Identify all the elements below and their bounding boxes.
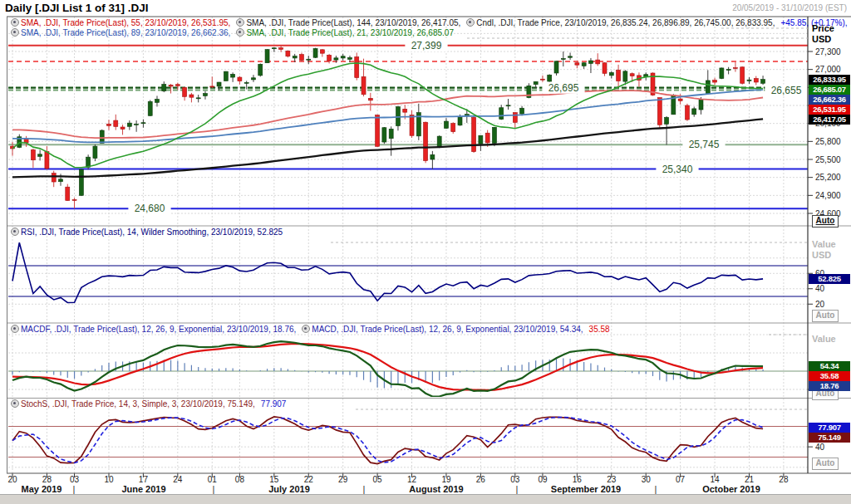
rsi-axis-header: Value USD [812, 239, 836, 261]
auto-scale-main-button[interactable]: Auto [812, 215, 839, 228]
status-bar [0, 494, 851, 504]
legend-text: 77.907 [261, 399, 287, 409]
svg-text:25,340: 25,340 [662, 164, 693, 175]
auto-scale-stoch-button[interactable]: Auto [812, 458, 839, 470]
indicator-icon [236, 18, 244, 27]
legend-text: StochS, .DJI, Trade Price, 14, 3, Simple… [21, 399, 255, 409]
legend-text: SMA, .DJI, Trade Price(Last), 55, 23/10/… [21, 18, 230, 27]
price-badge: 26,662.36 [809, 95, 850, 105]
price-axis-title: Price [812, 23, 834, 34]
legend-item[interactable]: 77.907 [261, 399, 287, 409]
indicator-icon [11, 18, 19, 27]
svg-text:26,655: 26,655 [771, 85, 802, 96]
macd-badge: 54.34 [809, 361, 850, 371]
legend-item[interactable]: SMA, .DJI, Trade Price(Last), 144, 23/10… [236, 18, 460, 27]
indicator-icon [11, 28, 19, 37]
price-badge: 26,531.95 [809, 105, 850, 115]
indicator-icon [11, 399, 19, 408]
legend-text: MACD, .DJI, Trade Price(Last), 12, 26, 9… [312, 325, 583, 334]
svg-text:27,399: 27,399 [411, 40, 442, 51]
indicator-icon [466, 18, 475, 27]
macd-badge: 18.76 [809, 381, 850, 391]
svg-text:26,695: 26,695 [548, 82, 579, 94]
legend-item[interactable]: SMA, .DJI, Trade Price(Last), 55, 23/10/… [11, 18, 230, 27]
macd-axis-title: Value [812, 334, 836, 345]
rsi-badge: 52.825 [809, 274, 850, 284]
legend-text: SMA, .DJI, Trade Price(Last), 89, 23/10/… [21, 28, 230, 37]
legend-text: SMA, .DJI, Trade Price(Last), 21, 23/10/… [246, 28, 454, 37]
legend-item[interactable]: RSI, .DJI, Trade Price(Last), 14, Wilder… [11, 228, 283, 237]
macd-legend: MACDF, .DJI, Trade Price(Last), 12, 26, … [11, 325, 616, 335]
legend-text: MACDF, .DJI, Trade Price(Last), 12, 26, … [21, 325, 296, 334]
indicator-icon [302, 325, 310, 333]
stoch-legend: StochS, .DJI, Trade Price, 14, 3, Simple… [11, 399, 292, 409]
price-badge: 26,833.95 [809, 75, 850, 85]
rsi-axis-title: Value [812, 239, 836, 250]
price-axis-currency: USD [812, 34, 834, 45]
candles-layer [11, 46, 765, 208]
legend-text: 35.58 [589, 325, 610, 334]
price-badge: 26,685.07 [809, 85, 850, 95]
macd-badge: 35.58 [809, 371, 850, 381]
stoch-badge: 75.149 [809, 433, 850, 443]
indicator-icon [11, 228, 19, 236]
time-axis[interactable] [7, 473, 808, 495]
legend-item[interactable]: Cndl, .DJI, Trade Price, 23/10/2019, 26,… [466, 18, 775, 27]
price-axis-header: Price USD [812, 23, 834, 45]
legend-text: Cndl, .DJI, Trade Price, 23/10/2019, 26,… [476, 18, 775, 27]
macd-axis-header: Value [812, 334, 836, 345]
legend-text: SMA, .DJI, Trade Price(Last), 144, 23/10… [246, 18, 460, 27]
legend-item[interactable]: MACDF, .DJI, Trade Price(Last), 12, 26, … [11, 325, 296, 334]
stoch-badge: 77.907 [809, 423, 850, 433]
indicator-icon [11, 325, 19, 333]
legend-item[interactable]: StochS, .DJI, Trade Price, 14, 3, Simple… [11, 399, 255, 409]
legend-item[interactable]: SMA, .DJI, Trade Price(Last), 21, 23/10/… [236, 28, 454, 37]
indicator-icon [236, 28, 244, 37]
legend-item[interactable]: MACD, .DJI, Trade Price(Last), 12, 26, 9… [302, 325, 583, 334]
main-legend-row-1: SMA, .DJI, Trade Price(Last), 55, 23/10/… [11, 18, 851, 28]
chart-canvas[interactable]: 2028031017240108152229051219260309162330… [0, 0, 851, 504]
main-legend-row-2: SMA, .DJI, Trade Price(Last), 89, 23/10/… [11, 28, 460, 38]
legend-item[interactable]: 35.58 [589, 325, 610, 334]
svg-text:24,680: 24,680 [135, 203, 165, 214]
chart-window: Daily [.DJI List 1 of 31] .DJI 20/05/201… [0, 0, 851, 504]
legend-text: RSI, .DJI, Trade Price(Last), 14, Wilder… [21, 228, 283, 237]
legend-item[interactable]: SMA, .DJI, Trade Price(Last), 89, 23/10/… [11, 28, 230, 37]
rsi-legend: RSI, .DJI, Trade Price(Last), 14, Wilder… [11, 228, 288, 237]
auto-scale-rsi-button[interactable]: Auto [812, 310, 839, 322]
price-badge: 26,417.05 [809, 115, 850, 125]
rsi-axis-currency: USD [812, 250, 836, 261]
svg-text:25,745: 25,745 [689, 139, 720, 150]
